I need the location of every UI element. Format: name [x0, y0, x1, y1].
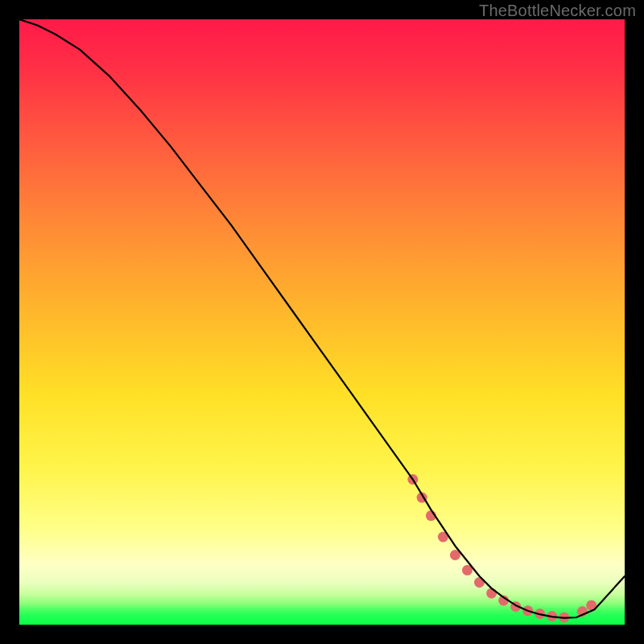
plot-area [19, 19, 625, 625]
marker-group [407, 474, 597, 623]
curve-line [19, 19, 625, 618]
watermark-text: TheBottleNecker.com [479, 2, 636, 20]
chart-stage: TheBottleNecker.com [0, 0, 644, 644]
chart-svg [19, 19, 625, 625]
marker-dot [486, 588, 497, 598]
